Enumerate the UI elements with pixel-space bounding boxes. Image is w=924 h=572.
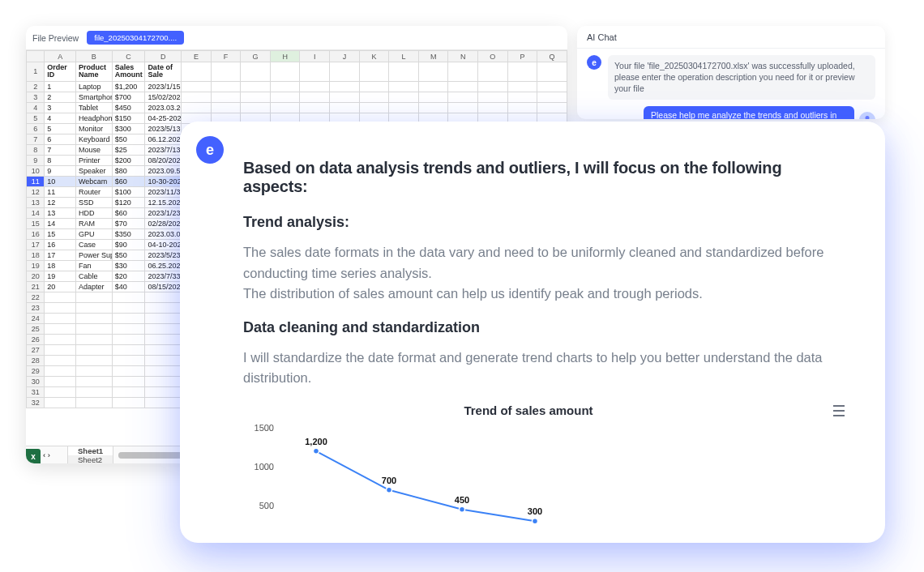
- grid-cell[interactable]: 2023/1/153: [145, 81, 182, 92]
- grid-cell[interactable]: 3: [45, 102, 76, 113]
- grid-cell[interactable]: [75, 302, 112, 313]
- grid-cell[interactable]: [330, 92, 360, 102]
- grid-cell[interactable]: [359, 62, 389, 82]
- col-header[interactable]: C: [112, 51, 145, 62]
- col-header[interactable]: I: [300, 51, 330, 62]
- grid-cell[interactable]: Headphones: [75, 113, 112, 123]
- grid-cell[interactable]: [241, 102, 271, 113]
- grid-cell[interactable]: [45, 397, 76, 408]
- grid-cell[interactable]: [389, 102, 419, 113]
- grid-cell[interactable]: [448, 92, 478, 102]
- grid-cell[interactable]: $300: [112, 123, 145, 134]
- grid-cell[interactable]: 18: [45, 260, 76, 271]
- row-header[interactable]: 20: [27, 271, 45, 281]
- grid-cell[interactable]: [45, 376, 76, 386]
- grid-cell[interactable]: 04-25-2023: [145, 113, 182, 123]
- grid-cell[interactable]: [112, 355, 145, 365]
- grid-cell[interactable]: 08/20/2023: [145, 155, 182, 165]
- grid-cell[interactable]: [241, 92, 271, 102]
- grid-cell[interactable]: SSD: [75, 197, 112, 207]
- grid-cell[interactable]: [145, 292, 182, 302]
- grid-cell[interactable]: [145, 344, 182, 355]
- grid-cell[interactable]: [448, 102, 478, 113]
- grid-cell[interactable]: 14: [45, 218, 76, 228]
- grid-cell[interactable]: [45, 323, 76, 334]
- grid-cell[interactable]: [270, 102, 300, 113]
- grid-cell[interactable]: [211, 62, 241, 82]
- grid-cell[interactable]: [75, 334, 112, 344]
- grid-cell[interactable]: 10-30-2023: [145, 176, 182, 186]
- grid-cell[interactable]: $25: [112, 144, 145, 155]
- grid-cell[interactable]: GPU: [75, 228, 112, 239]
- grid-cell[interactable]: RAM: [75, 218, 112, 228]
- grid-cell[interactable]: [75, 376, 112, 386]
- grid-cell[interactable]: Smartphone: [75, 92, 112, 102]
- grid-cell[interactable]: 2023/7/13: [145, 144, 182, 155]
- grid-cell[interactable]: 11: [45, 186, 76, 197]
- grid-cell[interactable]: 12: [45, 197, 76, 207]
- grid-cell[interactable]: [112, 365, 145, 376]
- col-header[interactable]: N: [448, 51, 478, 62]
- grid-cell[interactable]: [359, 81, 389, 92]
- grid-cell[interactable]: $60: [112, 207, 145, 218]
- row-header[interactable]: 8: [27, 144, 45, 155]
- row-header[interactable]: 12: [27, 186, 45, 197]
- grid-cell[interactable]: [507, 81, 537, 92]
- grid-cell[interactable]: [182, 102, 212, 113]
- grid-cell[interactable]: [537, 102, 567, 113]
- grid-cell[interactable]: [75, 397, 112, 408]
- grid-cell[interactable]: Laptop: [75, 81, 112, 92]
- row-header[interactable]: 24: [27, 313, 45, 323]
- row-header[interactable]: 18: [27, 250, 45, 260]
- col-header[interactable]: F: [211, 51, 241, 62]
- grid-cell[interactable]: [270, 81, 300, 92]
- grid-cell[interactable]: Sales Amount: [112, 62, 145, 82]
- grid-cell[interactable]: [418, 81, 448, 92]
- grid-cell[interactable]: [418, 102, 448, 113]
- row-header[interactable]: 13: [27, 197, 45, 207]
- grid-cell[interactable]: [112, 376, 145, 386]
- file-pill[interactable]: file_20250304172700....: [87, 31, 184, 45]
- grid-cell[interactable]: [45, 355, 76, 365]
- grid-cell[interactable]: [359, 102, 389, 113]
- grid-cell[interactable]: HDD: [75, 207, 112, 218]
- col-header[interactable]: L: [389, 51, 419, 62]
- grid-cell[interactable]: [182, 62, 212, 82]
- grid-cell[interactable]: [300, 102, 330, 113]
- grid-cell[interactable]: [211, 92, 241, 102]
- col-header[interactable]: J: [330, 51, 360, 62]
- grid-cell[interactable]: [145, 302, 182, 313]
- grid-cell[interactable]: $60: [112, 176, 145, 186]
- grid-cell[interactable]: $40: [112, 281, 145, 292]
- grid-cell[interactable]: [45, 386, 76, 397]
- col-header[interactable]: G: [241, 51, 271, 62]
- row-header[interactable]: 23: [27, 302, 45, 313]
- grid-cell[interactable]: [537, 81, 567, 92]
- grid-cell[interactable]: [330, 81, 360, 92]
- grid-cell[interactable]: 06.12.2023: [145, 134, 182, 144]
- row-header[interactable]: 17: [27, 239, 45, 250]
- row-header[interactable]: 25: [27, 323, 45, 334]
- grid-cell[interactable]: [448, 81, 478, 92]
- grid-cell[interactable]: 2023/7/33: [145, 271, 182, 281]
- grid-cell[interactable]: [145, 365, 182, 376]
- grid-cell[interactable]: 16: [45, 239, 76, 250]
- grid-cell[interactable]: 2023/1/23: [145, 207, 182, 218]
- grid-cell[interactable]: $450: [112, 102, 145, 113]
- col-header[interactable]: P: [507, 51, 537, 62]
- grid-cell[interactable]: [112, 292, 145, 302]
- row-header[interactable]: 22: [27, 292, 45, 302]
- grid-cell[interactable]: $120: [112, 197, 145, 207]
- grid-cell[interactable]: [182, 92, 212, 102]
- grid-cell[interactable]: [478, 81, 508, 92]
- grid-cell[interactable]: $70: [112, 218, 145, 228]
- grid-cell[interactable]: Cable: [75, 271, 112, 281]
- row-header[interactable]: 15: [27, 218, 45, 228]
- grid-cell[interactable]: [75, 344, 112, 355]
- grid-cell[interactable]: [300, 62, 330, 82]
- grid-cell[interactable]: 15/02/2023: [145, 92, 182, 102]
- grid-cell[interactable]: [145, 323, 182, 334]
- grid-cell[interactable]: Monitor: [75, 123, 112, 134]
- grid-cell[interactable]: 6: [45, 134, 76, 144]
- row-header[interactable]: 7: [27, 134, 45, 144]
